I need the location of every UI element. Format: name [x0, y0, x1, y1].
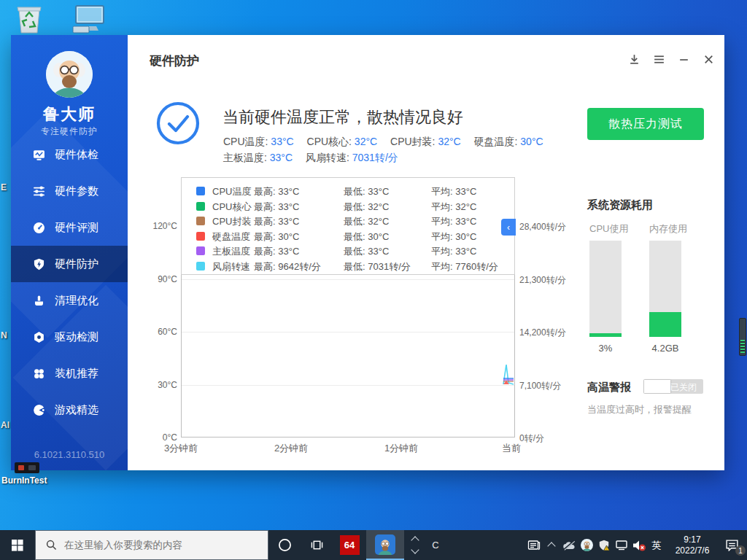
onedrive-cloud-icon[interactable]	[560, 530, 578, 560]
metric-value: 33°C	[270, 152, 293, 163]
nut-icon	[33, 331, 45, 343]
cpu-usage-bar	[589, 241, 622, 337]
pacman-game-icon	[33, 404, 45, 416]
desktop-label-fragment-n: N	[1, 330, 7, 341]
series-swatch	[196, 187, 205, 195]
sidebar-item-cleanup[interactable]: 清理优化	[11, 282, 128, 319]
series-swatch	[196, 262, 205, 271]
minimize-icon[interactable]	[676, 51, 692, 67]
metric-label: CPU温度:	[223, 136, 271, 147]
scroll-up-icon[interactable]	[411, 536, 419, 544]
y-left-tick: 0°C	[142, 432, 177, 443]
network-icon[interactable]	[613, 530, 630, 560]
desktop: E N Al 鲁大师	[0, 0, 747, 560]
brand-name: 鲁大师	[11, 104, 128, 125]
monitor-pulse-icon	[33, 149, 45, 161]
legend-collapse-button[interactable]: ‹	[501, 219, 516, 236]
sidebar-item-hardware-benchmark[interactable]: 硬件评测	[11, 209, 128, 246]
ludashi-logo-avatar	[46, 51, 93, 98]
search-input[interactable]	[64, 540, 247, 551]
start-button[interactable]	[0, 530, 35, 560]
sidebar-item-label: 硬件评测	[55, 221, 98, 235]
metric-label: CPU封装:	[390, 136, 438, 147]
legend-row[interactable]: CPU封装 最高: 33°C 最低: 32°C 平均: 33°C	[182, 214, 514, 228]
cortana-button[interactable]	[268, 530, 301, 560]
sidebar-menu: 硬件体检 硬件参数 硬件评测	[11, 136, 128, 428]
toggle-state-label: 已关闭	[670, 381, 697, 394]
download-icon[interactable]	[626, 51, 642, 67]
metric-label: 硬盘温度:	[474, 136, 521, 147]
taskbar-scroll-buttons[interactable]	[404, 530, 426, 560]
gauge-icon	[33, 222, 45, 234]
sidebar-item-label: 硬件防护	[55, 257, 98, 271]
sidebar-item-hardware-protection[interactable]: 硬件防护	[11, 246, 128, 282]
taskbar-window-letter[interactable]: C	[426, 540, 445, 551]
ludashi-tray-icon[interactable]	[578, 530, 595, 560]
cpu-usage-fill	[589, 333, 622, 337]
metric-value: 32°C	[438, 136, 460, 147]
metric-label: CPU核心:	[307, 136, 355, 147]
close-icon[interactable]	[700, 51, 716, 67]
status-headline: 当前硬件温度正常，散热情况良好	[222, 106, 463, 128]
y-right-tick: 7,100转/分	[519, 380, 561, 392]
sidebar-item-hardware-params[interactable]: 硬件参数	[11, 173, 128, 209]
taskbar-search[interactable]	[35, 530, 268, 560]
scroll-down-icon[interactable]	[411, 545, 419, 553]
security-shield-icon[interactable]: !	[595, 530, 613, 560]
taskbar-clock[interactable]: 9:17 2022/7/6	[668, 534, 716, 556]
clock-date: 2022/7/6	[668, 545, 716, 556]
y-right-tick: 21,300转/分	[519, 274, 566, 287]
ime-indicator[interactable]: 英	[648, 530, 665, 560]
hidden-icons-chevron[interactable]	[543, 530, 560, 560]
legend-row[interactable]: CPU温度 最高: 33°C 最低: 33°C 平均: 33°C	[182, 184, 514, 198]
x-tick: 2分钟前	[266, 442, 317, 455]
alarm-hint: 当温度过高时，报警提醒	[587, 403, 692, 416]
sidebar-item-label: 游戏精选	[55, 403, 98, 417]
menu-icon[interactable]	[651, 51, 667, 67]
sidebar: 鲁大师 专注硬件防护 硬件体检 硬件参数	[11, 35, 128, 470]
cpu-meter-gadget	[739, 318, 746, 356]
sidebar-item-driver-check[interactable]: 驱动检测	[11, 319, 128, 355]
taskbar-app-ludashi[interactable]	[366, 530, 404, 560]
y-right-tick: 28,400转/分	[519, 221, 566, 233]
sidebar-item-label: 装机推荐	[55, 367, 98, 381]
x-tick: 当前	[486, 442, 537, 455]
legend-row[interactable]: 风扇转速 最高: 9642转/分 最低: 7031转/分 平均: 7760转/分	[182, 259, 514, 273]
sidebar-item-build-recommend[interactable]: 装机推荐	[11, 355, 128, 392]
series-swatch	[196, 232, 205, 241]
metric-value: 33°C	[271, 136, 293, 147]
news-widget-icon[interactable]	[525, 530, 543, 560]
sidebar-item-hardware-check[interactable]: 硬件体检	[11, 136, 128, 173]
sidebar-item-game-selection[interactable]: 游戏精选	[11, 392, 128, 428]
recycle-bin-icon[interactable]	[13, 2, 45, 34]
series-swatch	[196, 202, 205, 211]
taskbar: 64 C !	[0, 530, 747, 560]
sidebar-item-label: 硬件体检	[55, 148, 98, 162]
brush-icon	[33, 295, 45, 307]
ludashi-window: 鲁大师 专注硬件防护 硬件体检 硬件参数	[11, 35, 724, 470]
metric-value: 32°C	[355, 136, 377, 147]
burnintest-icon[interactable]	[15, 462, 39, 473]
legend-row[interactable]: CPU核心 最高: 33°C 最低: 32°C 平均: 32°C	[182, 199, 514, 214]
chart-legend: CPU温度 最高: 33°C 最低: 33°C 平均: 33°C CPU核心 最…	[181, 177, 515, 275]
cpu-usage-label: CPU使用	[589, 222, 628, 236]
taskbar-app-cpu64[interactable]: 64	[333, 530, 366, 560]
high-temp-alarm-toggle[interactable]: 已关闭	[643, 379, 703, 394]
sliders-icon	[33, 185, 45, 198]
volume-muted-icon[interactable]	[630, 530, 648, 560]
metric-label: 主板温度:	[223, 152, 270, 163]
notification-center-button[interactable]: 1	[716, 530, 747, 560]
sidebar-item-label: 清理优化	[55, 294, 98, 308]
notification-badge: 1	[735, 545, 746, 556]
heat-stress-test-button[interactable]: 散热压力测试	[587, 108, 704, 140]
task-view-button[interactable]	[301, 530, 333, 560]
mem-usage-label: 内存使用	[649, 222, 687, 236]
mem-usage-value: 4.2GB	[649, 343, 681, 354]
legend-row[interactable]: 硬盘温度 最高: 30°C 最低: 30°C 平均: 30°C	[182, 229, 514, 244]
computer-icon[interactable]	[70, 4, 105, 35]
legend-row[interactable]: 主板温度 最高: 33°C 最低: 33°C 平均: 33°C	[182, 244, 514, 258]
status-check-icon	[155, 101, 201, 146]
clover-grid-icon	[33, 368, 45, 380]
y-left-tick: 90°C	[142, 274, 177, 284]
y-left-tick: 60°C	[142, 327, 177, 337]
